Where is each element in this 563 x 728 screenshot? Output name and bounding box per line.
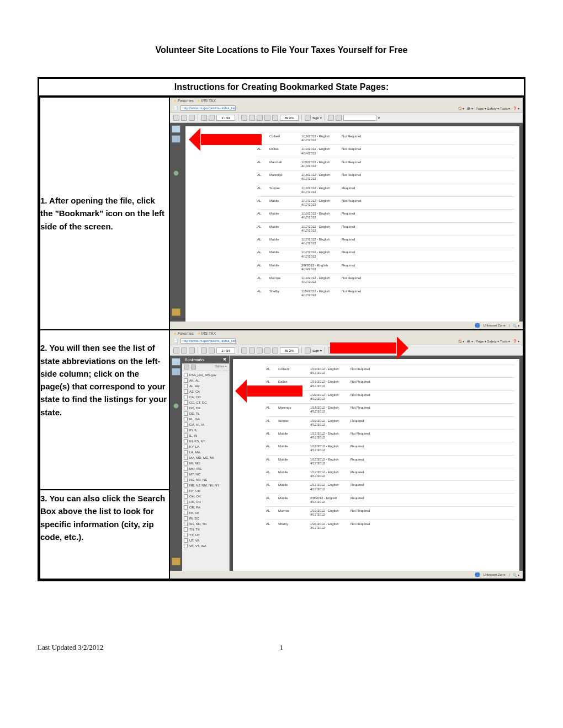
bookmark-item[interactable]: OR, PA xyxy=(184,505,227,510)
bookmark-label: NE, NJ, NM, NV, NY xyxy=(189,484,219,487)
bookmark-item[interactable]: MO, MS xyxy=(184,466,227,472)
cell-county: Mobile xyxy=(278,496,306,500)
bookmark-item[interactable]: DC, DE xyxy=(184,405,227,411)
toolbar-zoomout-icon[interactable] xyxy=(249,347,255,354)
page-indicator[interactable]: 2 / 34 xyxy=(216,115,235,121)
toolbar-thumb-icon[interactable] xyxy=(241,347,247,354)
toolbar-save-icon[interactable] xyxy=(173,347,179,354)
toolbar-save-icon[interactable] xyxy=(173,115,179,121)
table-row: ALMarengo1/18/2012 - English 4/17/2012No… xyxy=(266,403,515,416)
bookmark-item[interactable]: SC, SD, TN xyxy=(184,521,227,527)
toolbar-hand-icon[interactable] xyxy=(257,115,263,121)
bookmark-item[interactable]: OH, OK xyxy=(184,494,227,499)
toolbar-zoomout2-icon[interactable] xyxy=(272,347,278,354)
bookmark-item[interactable]: KY, LA xyxy=(184,444,227,449)
toolbar-prev-icon[interactable] xyxy=(201,347,207,354)
zoom-box[interactable]: 89.2% xyxy=(280,347,299,354)
toolbar-search-input[interactable] xyxy=(343,115,376,121)
ie-menu[interactable]: 🏠 ▾ 🖶 ▾ Page ▾ Safety ▾ Tools ▾ ❓ ▾ xyxy=(458,106,519,110)
signatures-panel-icon[interactable] xyxy=(172,558,180,565)
bookmark-item[interactable]: UT, VA xyxy=(184,538,227,543)
cell-county: Dallas xyxy=(269,147,297,151)
bookmark-item[interactable]: FL, GA xyxy=(184,416,227,422)
toolbar-next-icon[interactable] xyxy=(209,115,215,121)
toolbar-print-icon[interactable] xyxy=(181,115,187,121)
bookmark-item[interactable]: NY, OH xyxy=(184,488,227,494)
toolbar-hand-icon[interactable] xyxy=(257,347,263,354)
bookmark-item[interactable]: IN, KS, KY xyxy=(184,438,227,444)
bookmark-item[interactable]: MA, MD, ME, MI xyxy=(184,455,227,461)
bookmark-item[interactable]: NC, ND, NE xyxy=(184,477,227,483)
bm-options[interactable]: Options ▾ xyxy=(215,365,227,370)
cell-required: Not Required xyxy=(342,276,372,280)
bookmark-item[interactable]: VA, VT, WA xyxy=(184,543,227,549)
cell-dates: 2/8/2012 - English 4/14/2012 xyxy=(301,264,337,271)
toolbar-zoomin-icon[interactable] xyxy=(264,347,270,354)
bookmark-item[interactable]: AK, AL xyxy=(184,378,227,383)
toolbar-next-icon[interactable] xyxy=(209,347,215,354)
bookmark-item[interactable]: AZ, CA xyxy=(184,389,227,394)
bookmark-item[interactable]: TN, TX xyxy=(184,527,227,532)
attachments-panel-icon[interactable] xyxy=(173,170,179,176)
toolbar-sign-icon[interactable] xyxy=(305,115,311,121)
bookmark-item[interactable]: IL, IN xyxy=(184,433,227,438)
bookmark-item[interactable]: OK, OR xyxy=(184,499,227,505)
cell-required: Not Required xyxy=(342,290,372,293)
ie-menu[interactable]: 🏠 ▾ 🖶 ▾ Page ▾ Safety ▾ Tools ▾ ❓ ▾ xyxy=(458,339,519,343)
attachments-panel-icon[interactable] xyxy=(173,403,179,409)
bookmark-item[interactable]: TX, UT xyxy=(184,532,227,538)
toolbar-mail-icon[interactable] xyxy=(189,347,195,354)
toolbar-zoomin-icon[interactable] xyxy=(264,115,270,121)
bookmark-item[interactable]: CO, CT, DC xyxy=(184,400,227,405)
bookmarks-panel-icon[interactable] xyxy=(172,368,180,376)
pdf-toolbar: 2 / 34 89.2% Sign ▾ ▾ xyxy=(170,113,523,123)
bookmark-item[interactable]: AL, AR xyxy=(184,383,227,389)
bookmark-item[interactable]: MT, NC xyxy=(184,472,227,477)
bookmark-item[interactable]: FSA_List_IRS.gov xyxy=(184,372,227,378)
bookmark-item[interactable]: MI, MO xyxy=(184,461,227,466)
table-row: ALMobile1/17/2012 - English 4/17/2012Req… xyxy=(257,222,515,235)
bm-new-icon[interactable] xyxy=(184,365,189,370)
search-dropdown-icon[interactable]: ▾ xyxy=(378,116,380,120)
status-zone: Unknown Zone xyxy=(483,324,505,327)
toolbar-comment-icon[interactable] xyxy=(328,115,334,121)
bookmark-item[interactable]: ID, IL xyxy=(184,427,227,433)
bookmark-item[interactable]: RI, SC xyxy=(184,516,227,521)
bookmark-item[interactable]: GA, HI, IA xyxy=(184,422,227,427)
bookmark-label: GA, HI, IA xyxy=(189,423,204,426)
toolbar-find-icon[interactable] xyxy=(336,115,342,121)
pages-panel-icon[interactable] xyxy=(172,358,180,366)
bookmark-item[interactable]: NE, NJ, NM, NV, NY xyxy=(184,483,227,488)
toolbar-zoomout2-icon[interactable] xyxy=(272,115,278,121)
bookmarks-panel-icon[interactable]: Bookmarks Mark specific points of intere… xyxy=(172,135,180,143)
toolbar-print-icon[interactable] xyxy=(181,347,187,354)
cell-dates: 1/18/2012 - English 4/17/2012 xyxy=(310,406,346,414)
toolbar-thumb-icon[interactable] xyxy=(241,115,247,121)
pages-panel-icon[interactable] xyxy=(172,125,180,133)
bookmark-item[interactable]: DE, FL xyxy=(184,411,227,416)
toolbar-prev-icon[interactable] xyxy=(201,115,207,121)
page-indicator[interactable]: 2 / 34 xyxy=(216,347,235,354)
cell-county: Dallas xyxy=(278,380,306,383)
bookmark-item[interactable]: CA, CO xyxy=(184,394,227,400)
page-icon xyxy=(184,428,188,432)
toolbar-zoomout-icon[interactable] xyxy=(249,115,255,121)
table-row: ALMobile1/17/2012 - English 4/17/2012Not… xyxy=(266,429,515,442)
divider xyxy=(198,114,198,121)
cell-dates: 1/17/2012 - English 4/17/2012 xyxy=(301,250,337,258)
toolbar-sign-icon[interactable] xyxy=(305,347,311,354)
bm-del-icon[interactable] xyxy=(191,365,196,370)
address-bar[interactable]: http://www.irs.gov/pub/irs-utl/fsa_list_… xyxy=(180,105,236,111)
page-icon xyxy=(184,527,188,532)
bookmark-item[interactable]: LA, MA xyxy=(184,449,227,455)
address-bar[interactable]: http://www.irs.gov/pub/irs-utl/fsa_list_… xyxy=(180,338,236,344)
step-3-text: 3. You can also click the Search Box abo… xyxy=(40,490,169,579)
toolbar-mail-icon[interactable] xyxy=(189,115,195,121)
close-icon[interactable]: ✖ xyxy=(223,357,226,362)
signatures-panel-icon[interactable] xyxy=(172,308,180,316)
cell-dates: 1/17/2012 - English 4/17/2012 xyxy=(310,470,346,478)
bookmark-item[interactable]: PA, RI xyxy=(184,510,227,516)
bookmark-label: AK, AL xyxy=(189,379,199,382)
zoom-box[interactable]: 89.2% xyxy=(280,115,299,121)
page-icon xyxy=(184,533,188,537)
